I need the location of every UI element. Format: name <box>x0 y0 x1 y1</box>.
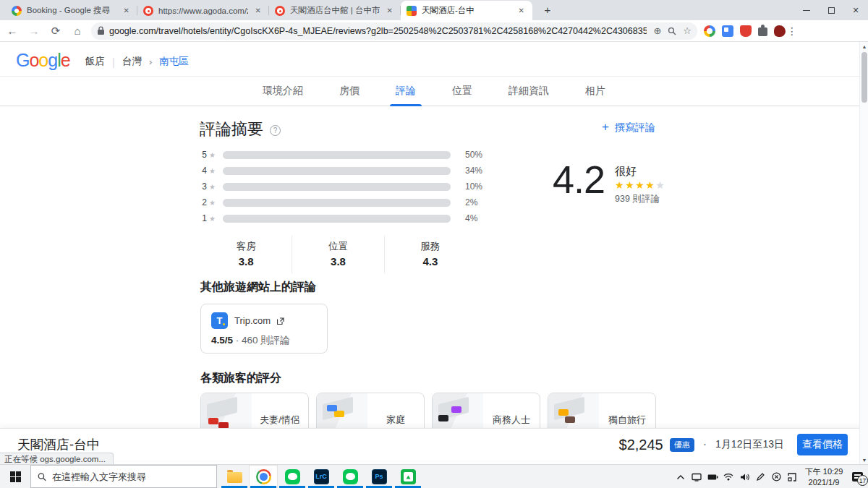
hotel-name: 天閣酒店-台中 <box>17 436 100 453</box>
taskbar-search[interactable] <box>30 465 217 488</box>
tray-volume-icon[interactable] <box>736 465 752 488</box>
tab-photos[interactable]: 相片 <box>584 77 607 106</box>
other-sites-heading: 其他旅遊網站上的評論 <box>200 280 316 295</box>
traveler-card-label: 獨自旅行 <box>608 414 646 427</box>
tray-touch-keyboard-icon[interactable] <box>784 465 800 488</box>
new-tab-button[interactable]: + <box>540 1 556 17</box>
tripcom-review-count: 460 則評論 <box>242 335 290 346</box>
taskbar-line-2[interactable] <box>336 465 365 488</box>
subrating-service: 服務 4.3 <box>384 236 476 273</box>
histogram-row-5star[interactable]: 5 ★ 50% <box>200 147 490 163</box>
taskbar-lightroom[interactable]: LrC <box>307 465 336 488</box>
histogram-row-2star[interactable]: 2 ★ 2% <box>200 194 490 210</box>
histogram-bar <box>223 151 451 159</box>
histogram-row-1star[interactable]: 1 ★ 4% <box>200 210 490 226</box>
subrating-location: 位置 3.8 <box>292 236 383 273</box>
action-center-button[interactable]: 17 <box>846 465 868 488</box>
stay-dates: 1月12日至13日 <box>715 438 784 451</box>
back-icon[interactable]: ← <box>3 22 22 40</box>
tray-pen-icon[interactable] <box>752 465 768 488</box>
minimize-icon <box>803 10 810 11</box>
star-count: 2 <box>200 197 207 207</box>
taskbar-photoshop[interactable]: Ps <box>365 465 393 488</box>
tab-close-icon[interactable]: ✕ <box>516 6 527 15</box>
lightroom-icon: LrC <box>314 469 329 484</box>
tab-agoda[interactable]: https://www.agoda.com/zh-tw ✕ <box>137 1 269 20</box>
url-bar[interactable]: google.com/travel/hotels/entity/CgoIscKX… <box>91 22 697 40</box>
tab-close-icon[interactable]: ✕ <box>122 6 132 15</box>
breadcrumb-section: 飯店 <box>85 55 105 68</box>
scrollbar-thumb[interactable] <box>861 52 867 103</box>
overall-score: 4.2 <box>553 160 605 205</box>
forward-icon[interactable]: → <box>25 22 43 40</box>
breadcrumb-district-link[interactable]: 南屯區 <box>159 55 189 68</box>
taskbar-line[interactable] <box>278 465 307 488</box>
dot-separator: · <box>703 438 707 451</box>
dot-separator: · <box>236 335 239 346</box>
lock-icon <box>97 26 105 35</box>
translate-extension-icon[interactable] <box>722 25 733 37</box>
deal-badge: 優惠 <box>670 438 694 452</box>
reload-icon[interactable]: ⟳ <box>46 22 65 40</box>
tab-location[interactable]: 位置 <box>451 77 474 106</box>
browser-menu-icon[interactable]: ⋮ <box>787 25 797 37</box>
tab-hotel-agoda[interactable]: 天閣酒店台中館 | 台中市 2020年 ✕ <box>269 1 401 20</box>
tray-display-icon[interactable] <box>689 465 705 488</box>
adblock-extension-icon[interactable] <box>740 25 752 37</box>
tab-reviews[interactable]: 評論 <box>394 77 417 106</box>
taskbar-search-input[interactable] <box>52 471 210 482</box>
star-count: 5 <box>200 150 207 160</box>
percent-label: 34% <box>465 166 490 176</box>
tray-wifi-icon[interactable] <box>720 465 736 488</box>
tripcom-link[interactable]: Trip.com <box>234 315 271 326</box>
clock-date: 2021/1/9 <box>801 477 846 487</box>
hotel-section-tabs: 環境介紹 房價 評論 位置 詳細資訊 相片 <box>0 77 868 106</box>
profile-avatar[interactable] <box>774 25 786 37</box>
tab-booking-search[interactable]: Booking - Google 搜尋 ✕ <box>6 1 137 20</box>
percent-label: 4% <box>465 213 490 223</box>
overall-rating-label: 很好 <box>615 165 665 179</box>
view-prices-button[interactable]: 查看價格 <box>797 434 848 455</box>
taskbar-clock[interactable]: 下午 10:29 2021/1/9 <box>801 466 846 487</box>
bookmark-star-icon[interactable]: ☆ <box>683 25 692 36</box>
scrollbar-down-icon[interactable]: ▼ <box>860 455 868 464</box>
tab-google-travel-active[interactable]: 天閣酒店-台中 ✕ <box>401 1 532 20</box>
zoom-page-icon[interactable]: ⊕ <box>653 25 661 36</box>
taskbar-chrome[interactable] <box>249 465 278 488</box>
tab-overview[interactable]: 環境介紹 <box>261 77 305 106</box>
window-minimize-button[interactable] <box>794 0 819 20</box>
window-close-button[interactable]: ✕ <box>843 0 868 20</box>
histogram-row-4star[interactable]: 4 ★ 34% <box>200 163 490 179</box>
review-summary-title-text: 評論摘要 <box>200 119 263 140</box>
home-icon[interactable]: ⌂ <box>68 22 87 40</box>
tripcom-review-card[interactable]: T Trip.com 4.5/5 · 460 則評論 <box>200 304 328 354</box>
tray-sync-error-icon[interactable] <box>768 465 784 488</box>
price-footer-bar: 天閣酒店-台中 $2,245 優惠 · 1月12日至13日 查看價格 <box>0 428 868 461</box>
histogram-row-3star[interactable]: 3 ★ 10% <box>200 179 490 194</box>
page-scrollbar[interactable]: ▲ ▼ <box>859 42 868 464</box>
tab-details[interactable]: 詳細資訊 <box>507 77 550 106</box>
taskbar-file-explorer[interactable] <box>220 465 249 488</box>
tab-close-icon[interactable]: ✕ <box>385 6 395 15</box>
start-button[interactable] <box>0 465 30 488</box>
overall-stars: ★★★★★ <box>615 179 665 193</box>
extensions-puzzle-icon[interactable] <box>758 27 767 36</box>
scrollbar-up-icon[interactable]: ▲ <box>860 42 868 51</box>
subrating-label: 客房 <box>200 240 292 253</box>
notification-count-badge: 17 <box>857 475 868 486</box>
search-this-page-icon[interactable] <box>668 27 676 35</box>
window-maximize-button[interactable] <box>819 0 843 20</box>
help-icon[interactable]: ? <box>270 125 281 136</box>
tray-chevron-up-icon[interactable] <box>673 465 689 488</box>
tab-prices[interactable]: 房價 <box>338 77 361 106</box>
traveler-card-label: 商務人士 <box>493 414 530 427</box>
maximize-icon <box>828 7 835 14</box>
write-review-button[interactable]: + 撰寫評論 <box>602 121 655 134</box>
google-travel-header: Google 飯店 | 台灣 › 南屯區 <box>0 42 868 77</box>
taskbar-photos-app[interactable] <box>393 465 422 488</box>
google-extension-icon[interactable] <box>704 25 715 37</box>
windows-taskbar: LrC Ps <box>0 464 868 488</box>
tab-close-icon[interactable]: ✕ <box>253 6 263 15</box>
breadcrumb-country-link[interactable]: 台灣 <box>122 55 142 68</box>
tray-battery-icon[interactable] <box>705 465 720 488</box>
